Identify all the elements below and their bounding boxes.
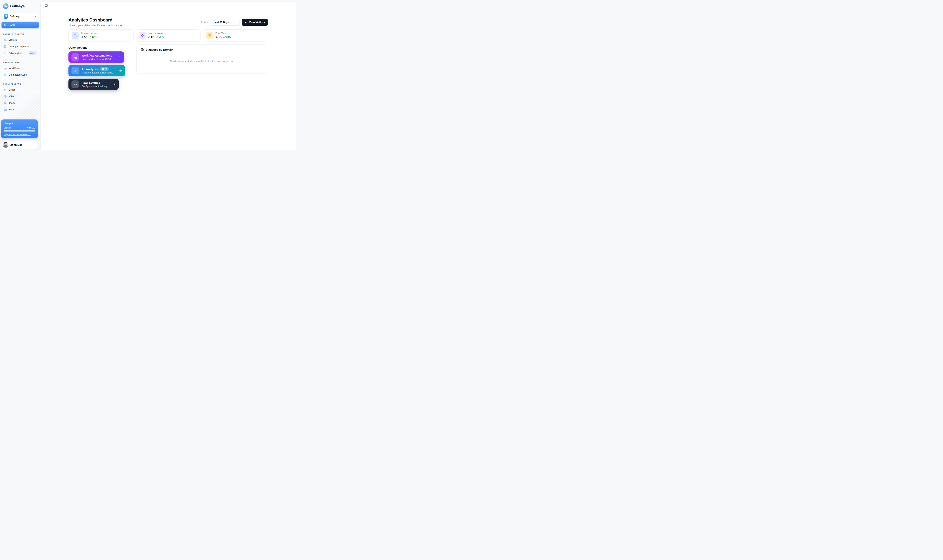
sidebar-item-label: Connected Apps: [9, 73, 26, 76]
domain-stats-panel: Statistics by Domain No domain statistic…: [136, 45, 268, 74]
sidebar-item-visiting-companies[interactable]: Visiting Companies: [2, 43, 39, 50]
plug-icon: [4, 73, 7, 76]
credits-label: Credits: [4, 127, 11, 129]
page-header: Analytics Dashboard Monitor your visitor…: [68, 17, 268, 27]
page-title: Analytics Dashboard: [68, 17, 122, 23]
content: Analytics Dashboard Monitor your visitor…: [40, 9, 296, 90]
stat-label: Page Views: [215, 32, 231, 34]
sidebar-item-connected-apps[interactable]: Connected Apps: [2, 71, 39, 78]
trending-up-icon: [89, 36, 91, 38]
workflow-icon: [4, 67, 7, 70]
workspace-name: Softcery: [10, 15, 32, 18]
avatar: [3, 142, 8, 148]
sidebar: Bullseye Softcery Home IDENTIFICATION: [0, 0, 40, 150]
chevron-down-icon: [235, 21, 237, 23]
page-subtitle: Monitor your visitor identification perf…: [68, 24, 122, 27]
sidebar-item-home[interactable]: Home: [2, 22, 39, 28]
app-root: Bullseye Softcery Home IDENTIFICATION: [0, 0, 296, 150]
user-profile[interactable]: John Doe: [1, 141, 38, 149]
quick-action-subtitle: Configure your tracking: [82, 85, 107, 88]
trending-up-icon: [223, 36, 225, 38]
section-label-identification: IDENTIFICATION: [3, 33, 37, 35]
quick-action-title: Workflow Automations: [82, 54, 112, 57]
code-icon: [4, 88, 7, 91]
stat-value: 735: [215, 35, 222, 39]
sidebar-item-label: Ad Analytics: [9, 52, 22, 54]
trending-up-icon: [156, 36, 158, 38]
stats-row: Identified Visitors 173 13%: [68, 29, 268, 42]
quick-action-subtitle: Track campaign performance: [82, 71, 113, 74]
credits-value: 0 of 100: [27, 127, 35, 129]
usage-title: Usage >: [4, 122, 35, 125]
topbar: [40, 2, 296, 9]
sidebar-toggle-icon[interactable]: [45, 4, 48, 7]
quick-action-subtitle: Route visitors to your CRM: [82, 58, 111, 60]
usage-card[interactable]: Usage > Credits 0 of 100 Upgrade for mor…: [1, 120, 38, 138]
sidebar-item-ad-analytics[interactable]: Ad Analytics BETA: [2, 50, 39, 56]
target-icon: [4, 95, 7, 98]
sidebar-item-label: Workflows: [9, 67, 20, 69]
stat-trend: 18%: [223, 35, 231, 38]
section-label-integrations: INTEGRATIONS: [3, 62, 37, 64]
workflow-icon: [71, 53, 79, 61]
sidebar-item-team[interactable]: Team: [2, 100, 39, 106]
code-icon: [71, 80, 79, 88]
sidebar-item-visitors[interactable]: Visitors: [2, 37, 39, 43]
bar-chart-icon: [4, 52, 7, 55]
bullseye-logo-icon: [3, 3, 8, 9]
quick-action-pixel-settings[interactable]: Pixel Settings Configure your tracking: [68, 78, 119, 90]
users-icon: [245, 21, 247, 23]
sidebar-item-label: Visiting Companies: [9, 45, 29, 48]
view-visitors-button[interactable]: View Visitors: [242, 19, 268, 26]
period-select[interactable]: Last 30 Days: [211, 19, 240, 26]
credit-card-icon: [4, 108, 7, 111]
topbar-divider: [51, 3, 51, 8]
quick-action-title: Pixel Settings: [82, 81, 100, 84]
domain-stats-title: Statistics by Domain: [146, 48, 173, 51]
workspace-building-icon: [3, 14, 8, 18]
quick-action-ad-analytics[interactable]: Ad Analytics BETA Track campaign perform…: [68, 65, 125, 76]
arrow-right-icon: [118, 55, 121, 59]
section-label-organization: ORGANIZATION: [3, 83, 37, 85]
credits-progress-bar: [4, 131, 35, 132]
stat-value: 315: [148, 35, 154, 39]
brand-name: Bullseye: [10, 4, 25, 8]
sidebar-item-script[interactable]: Script: [2, 86, 39, 93]
beta-badge: BETA: [28, 51, 37, 55]
sidebar-item-icps[interactable]: ICPs: [2, 93, 39, 100]
brand: Bullseye: [0, 0, 40, 9]
stat-card-identified-visitors: Identified Visitors 173 13%: [68, 29, 134, 42]
beta-badge: BETA: [100, 67, 109, 71]
chevron-down-icon: [34, 15, 37, 18]
stat-card-page-views: Page Views 735 18%: [203, 29, 268, 42]
stat-card-total-sessions: Total Sessions 315 25%: [136, 29, 201, 42]
quick-action-workflow-automations[interactable]: Workflow Automations Route visitors to y…: [68, 51, 124, 63]
mouse-pointer-click-icon: [139, 32, 146, 39]
sidebar-item-label: Billing: [9, 108, 15, 111]
quick-action-title: Ad Analytics: [82, 68, 99, 71]
workspace-selector[interactable]: Softcery: [2, 13, 39, 20]
target-icon: [206, 32, 213, 39]
sidebar-item-billing[interactable]: Billing: [2, 106, 39, 113]
domain-stats-empty-message: No domain statistics available for the c…: [170, 60, 234, 63]
sidebar-item-label: ICPs: [9, 95, 14, 98]
stat-trend: 13%: [89, 35, 97, 38]
globe-icon: [141, 48, 144, 51]
quick-actions-heading: Quick Actions: [68, 46, 134, 49]
stat-value: 173: [81, 35, 87, 39]
sidebar-item-label: Team: [9, 102, 15, 105]
period-label: Period:: [201, 21, 209, 24]
upgrade-link[interactable]: Upgrade for more credits →: [4, 134, 31, 136]
users-icon: [4, 38, 7, 42]
bar-chart-icon: [71, 67, 79, 74]
period-value: Last 30 Days: [213, 21, 229, 23]
sidebar-item-label: Script: [9, 88, 15, 91]
users-icon: [4, 102, 7, 105]
users-icon: [72, 32, 79, 39]
sidebar-item-workflows[interactable]: Workflows: [2, 65, 39, 71]
stat-label: Total Sessions: [148, 32, 164, 34]
view-visitors-label: View Visitors: [249, 21, 265, 23]
main-panel: Analytics Dashboard Monitor your visitor…: [40, 2, 296, 150]
user-name: John Doe: [10, 143, 22, 146]
sidebar-item-label: Visitors: [9, 38, 17, 41]
